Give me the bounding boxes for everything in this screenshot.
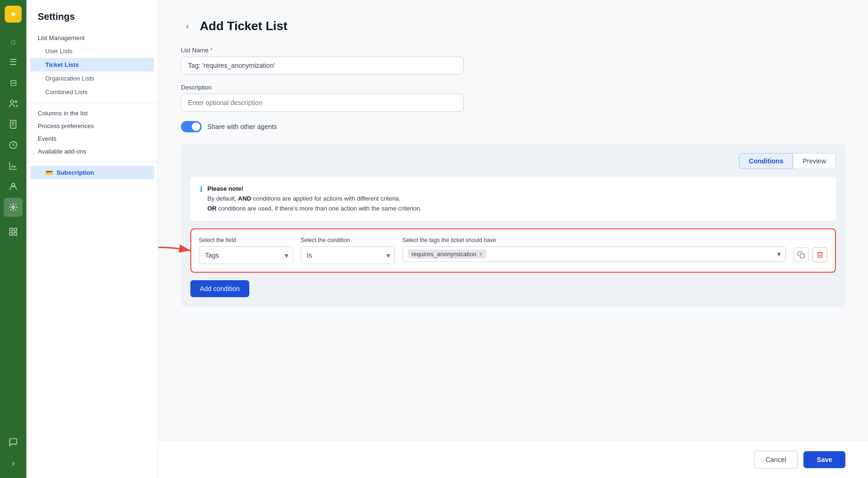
tag-select-chevron: ▾	[777, 250, 781, 259]
field-select-group: Select the field Tags	[199, 237, 293, 264]
save-button[interactable]: Save	[803, 451, 845, 468]
icon-nav: ⌂ ☰ ⊟	[0, 0, 26, 478]
condition-select-group: Select the condition Is	[301, 237, 395, 264]
condition-select[interactable]: Is	[301, 246, 395, 264]
field-select[interactable]: Tags	[199, 246, 293, 264]
content-area: ‹ Add Ticket List List Name * Descriptio…	[158, 0, 868, 441]
sidebar-columns[interactable]: Columns in the list	[26, 107, 158, 120]
info-title: Please note!	[207, 185, 244, 192]
condition-row-container: Select the field Tags Select the conditi…	[190, 228, 836, 273]
red-arrow-indicator	[158, 236, 195, 265]
chat-nav-icon[interactable]	[4, 433, 23, 452]
list-name-label: List Name *	[181, 47, 845, 54]
sidebar-item-ticket-lists[interactable]: Ticket Lists	[30, 58, 154, 72]
back-button[interactable]: ‹	[181, 20, 194, 33]
page-header: ‹ Add Ticket List	[181, 19, 845, 33]
description-label: Description	[181, 84, 845, 91]
tag-select-group: Select the tags the ticket should have r…	[402, 237, 786, 262]
page-footer: Cancel Save	[158, 441, 868, 478]
svg-rect-10	[14, 233, 17, 235]
toggle-row: Share with other agents	[181, 121, 845, 132]
inbox-nav-icon[interactable]: ⊟	[4, 73, 23, 92]
chart-nav-icon[interactable]	[4, 156, 23, 175]
info-text: Please note! By default, AND conditions …	[207, 184, 422, 213]
svg-point-2	[15, 101, 16, 102]
list-name-input[interactable]	[181, 57, 464, 74]
svg-rect-12	[800, 254, 804, 258]
tab-conditions[interactable]: Conditions	[739, 153, 793, 169]
svg-rect-9	[10, 233, 13, 235]
list-name-field-group: List Name *	[181, 47, 845, 74]
svg-rect-8	[14, 228, 17, 231]
condition-row: Select the field Tags Select the conditi…	[199, 237, 827, 264]
tag-select-wrapper[interactable]: requires_anonymization × ▾	[402, 246, 786, 262]
sidebar-process-prefs[interactable]: Process preferences	[26, 120, 158, 132]
sidebar-divider-1	[26, 103, 158, 103]
clipboard-nav-icon[interactable]	[4, 115, 23, 134]
sidebar-item-org-lists[interactable]: Organization Lists	[26, 72, 158, 85]
tag-remove-btn[interactable]: ×	[479, 251, 483, 258]
delete-condition-button[interactable]	[812, 247, 827, 262]
condition-row-wrapper: Select the field Tags Select the conditi…	[190, 228, 836, 273]
condition-select-wrapper: Is	[301, 246, 395, 264]
tag-chip: requires_anonymization ×	[408, 250, 486, 259]
expand-nav-icon[interactable]: ›	[4, 454, 23, 472]
copy-condition-button[interactable]	[794, 247, 809, 262]
tag-select-label: Select the tags the ticket should have	[402, 237, 786, 243]
add-condition-button[interactable]: Add condition	[190, 280, 249, 297]
field-select-wrapper: Tags	[199, 246, 293, 264]
sidebar-events[interactable]: Events	[26, 132, 158, 145]
settings-sidebar: Settings List Management User Lists Tick…	[26, 0, 158, 478]
users-nav-icon[interactable]	[4, 94, 23, 113]
sidebar-item-subscription[interactable]: 💳 Subscription	[30, 166, 154, 179]
sidebar-list-management[interactable]: List Management	[26, 32, 158, 44]
svg-rect-7	[10, 228, 13, 231]
svg-point-1	[10, 100, 14, 104]
settings-title: Settings	[26, 11, 158, 32]
tag-value: requires_anonymization	[411, 251, 476, 258]
share-toggle[interactable]	[181, 121, 202, 132]
description-field-group: Description	[181, 84, 845, 112]
description-input[interactable]	[181, 94, 464, 112]
sidebar-divider-2	[26, 162, 158, 162]
condition-select-label: Select the condition	[301, 237, 395, 243]
sidebar-addons[interactable]: Available add-ons	[26, 145, 158, 158]
clock-nav-icon[interactable]	[4, 136, 23, 154]
toggle-knob	[192, 122, 200, 131]
settings-nav-icon[interactable]	[4, 198, 23, 217]
cancel-button[interactable]: Cancel	[754, 451, 798, 469]
sidebar-item-user-lists[interactable]: User Lists	[26, 44, 158, 58]
main-content: ‹ Add Ticket List List Name * Descriptio…	[158, 0, 868, 478]
svg-point-6	[12, 206, 15, 209]
tabs-row: Conditions Preview	[190, 153, 836, 169]
subscription-icon: 💳	[45, 169, 53, 176]
page-title: Add Ticket List	[200, 19, 287, 33]
info-icon: ℹ	[200, 185, 203, 213]
share-label: Share with other agents	[207, 123, 277, 130]
grid-nav-icon[interactable]	[4, 222, 23, 241]
app-logo	[5, 6, 22, 23]
condition-actions	[794, 247, 827, 262]
contacts-nav-icon[interactable]	[4, 177, 23, 196]
tab-preview[interactable]: Preview	[793, 153, 836, 169]
info-box: ℹ Please note! By default, AND condition…	[190, 177, 836, 221]
conditions-container: Conditions Preview ℹ Please note! By def…	[181, 144, 845, 307]
list-nav-icon[interactable]: ☰	[4, 53, 23, 72]
home-nav-icon[interactable]: ⌂	[4, 32, 23, 51]
required-marker: *	[209, 47, 213, 54]
field-select-label: Select the field	[199, 237, 293, 243]
sidebar-item-combined-lists[interactable]: Combined Lists	[26, 85, 158, 99]
